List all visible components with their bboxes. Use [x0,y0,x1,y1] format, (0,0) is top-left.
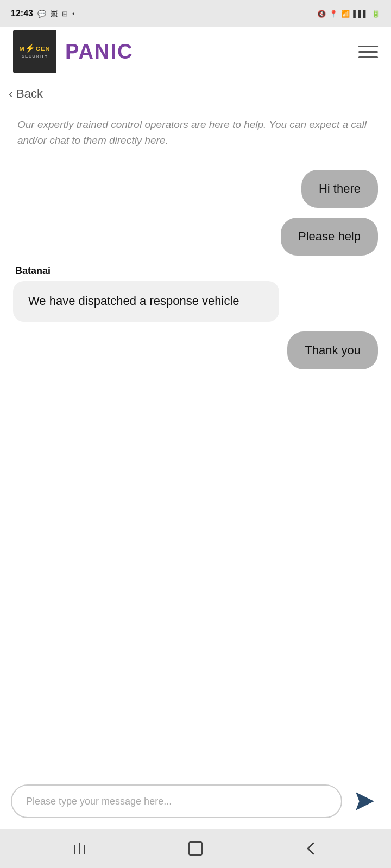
message-status-icon: 💬 [37,10,46,18]
grid-status-icon: ⊞ [62,10,68,18]
chat-area: Hi there Please help Batanai We have dis… [0,164,391,776]
bubble-sent-2: Please help [281,218,378,256]
bubble-sent-3: Thank you [287,331,378,369]
message-text-1: Hi there [319,182,361,196]
location-icon: 📍 [329,10,338,18]
header-left: M⚡GEN SECURITY PANIC [13,30,133,73]
message-input[interactable] [11,784,342,818]
dot-status-icon: • [72,10,75,18]
svg-rect-1 [74,845,75,854]
page-title: PANIC [65,40,133,63]
hamburger-line-3 [358,56,378,58]
message-text-4: Thank you [305,343,361,358]
svg-rect-4 [189,842,202,855]
received-message-1: Batanai We have dispatched a response ve… [13,265,378,322]
mute-icon: 🔇 [317,10,326,18]
app-header: M⚡GEN SECURITY PANIC [0,27,391,76]
send-icon [354,790,376,813]
battery-icon: 🔋 [371,10,380,18]
sender-name: Batanai [13,265,378,277]
app-logo: M⚡GEN SECURITY [13,30,56,73]
image-status-icon: 🖼 [51,10,58,18]
bottom-nav-bar [0,829,391,868]
system-back-button[interactable] [298,835,325,862]
bubble-sent-1: Hi there [301,170,378,208]
svg-marker-0 [356,792,374,810]
bubble-received-1: We have dispatched a response vehicle [13,281,279,322]
status-bar-left: 12:43 💬 🖼 ⊞ • [11,9,74,18]
status-bar: 12:43 💬 🖼 ⊞ • 🔇 📍 📶 ▌▌▌ 🔋 [0,0,391,27]
sent-message-3: Thank you [13,331,378,369]
input-area [0,776,391,829]
svg-rect-2 [79,843,80,854]
back-button[interactable]: ‹ Back [0,76,391,106]
send-button[interactable] [350,786,380,816]
recent-apps-button[interactable] [66,835,93,862]
home-button[interactable] [182,835,209,862]
back-chevron-icon: ‹ [9,87,13,100]
hamburger-line-1 [358,46,378,47]
logo-text: M⚡GEN SECURITY [19,44,50,59]
hamburger-line-2 [358,51,378,53]
wifi-icon: 📶 [341,10,350,18]
system-back-icon [304,841,319,856]
svg-rect-3 [84,845,85,854]
recent-apps-icon [72,841,87,856]
description-text: Our expertly trained control operators a… [0,106,391,164]
signal-icon: ▌▌▌ [353,10,368,18]
message-text-3: We have dispatched a response vehicle [28,293,239,310]
hamburger-menu-button[interactable] [358,46,378,58]
back-label: Back [16,87,43,101]
message-text-2: Please help [298,229,361,244]
home-icon [187,840,204,857]
sent-message-1: Hi there [13,170,378,208]
status-bar-right: 🔇 📍 📶 ▌▌▌ 🔋 [317,10,380,18]
status-time: 12:43 [11,9,33,18]
sent-message-2: Please help [13,218,378,256]
